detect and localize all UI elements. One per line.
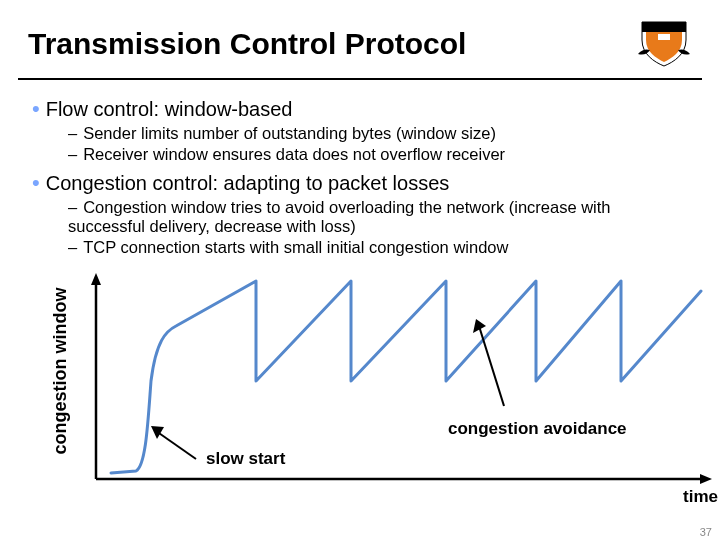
svg-marker-6 bbox=[151, 426, 164, 439]
bullet-text: Flow control: window-based bbox=[46, 98, 293, 120]
content-area: •Flow control: window-based –Sender limi… bbox=[0, 86, 720, 501]
annotation-congestion-avoidance: congestion avoidance bbox=[448, 419, 627, 439]
sub-bullet-text: Sender limits number of outstanding byte… bbox=[83, 124, 496, 142]
slide-title: Transmission Control Protocol bbox=[28, 27, 466, 61]
x-axis-label: time bbox=[683, 487, 718, 507]
y-axis-label: congestion window bbox=[50, 271, 71, 471]
title-underline bbox=[18, 78, 702, 80]
svg-line-5 bbox=[156, 431, 196, 459]
bullet-dot-icon: • bbox=[32, 96, 40, 121]
sub-bullet: –Receiver window ensures data does not o… bbox=[68, 145, 692, 164]
bullet-dot-icon: • bbox=[32, 170, 40, 195]
svg-line-7 bbox=[479, 326, 504, 406]
bullet-text: Congestion control: adapting to packet l… bbox=[46, 172, 450, 194]
title-row: Transmission Control Protocol bbox=[0, 0, 720, 78]
sub-bullet-text: Receiver window ensures data does not ov… bbox=[83, 145, 505, 163]
dash-icon: – bbox=[68, 198, 77, 216]
chart-svg bbox=[56, 271, 716, 501]
bullet-congestion-control: •Congestion control: adapting to packet … bbox=[32, 170, 692, 196]
princeton-crest-icon bbox=[636, 18, 692, 70]
sub-bullet: –Congestion window tries to avoid overlo… bbox=[68, 198, 692, 236]
svg-rect-0 bbox=[658, 34, 670, 40]
tcp-line bbox=[111, 281, 701, 473]
arrow-slow-start-icon bbox=[151, 426, 196, 459]
sub-bullet-text: Congestion window tries to avoid overloa… bbox=[68, 198, 611, 235]
sub-bullet: –TCP connection starts with small initia… bbox=[68, 238, 692, 257]
annotation-slow-start: slow start bbox=[206, 449, 285, 469]
svg-marker-3 bbox=[91, 273, 101, 285]
bullet-flow-control: •Flow control: window-based bbox=[32, 96, 692, 122]
svg-marker-4 bbox=[700, 474, 712, 484]
sub-bullet-text: TCP connection starts with small initial… bbox=[83, 238, 508, 256]
dash-icon: – bbox=[68, 124, 77, 142]
slide: Transmission Control Protocol •Flow cont… bbox=[0, 0, 720, 540]
dash-icon: – bbox=[68, 238, 77, 256]
congestion-chart: congestion window bbox=[56, 271, 716, 501]
dash-icon: – bbox=[68, 145, 77, 163]
sub-bullet: –Sender limits number of outstanding byt… bbox=[68, 124, 692, 143]
page-number: 37 bbox=[700, 526, 712, 538]
axes bbox=[91, 273, 712, 484]
